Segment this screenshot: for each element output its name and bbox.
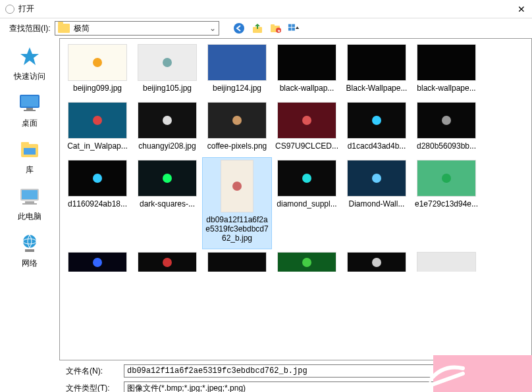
file-list: beijing099.jpgbeijing105.jpgbeijing124.j… — [59, 38, 532, 360]
path-dropdown[interactable]: 极简 ⌄ — [55, 21, 219, 36]
sidebar-network[interactable]: 网络 — [7, 232, 53, 269]
file-label: beijing099.jpg — [65, 84, 130, 93]
file-item[interactable]: d280b56093bb... — [412, 99, 481, 157]
file-label: black-wallpape... — [413, 84, 479, 93]
thumbnail-image — [417, 252, 476, 272]
file-item[interactable] — [202, 249, 272, 278]
thumbnail-image — [277, 44, 336, 81]
file-label: Diamond-Wall... — [344, 199, 410, 208]
svg-rect-19 — [22, 190, 38, 199]
file-item[interactable]: beijing105.jpg — [132, 41, 202, 99]
sidebar-quickaccess[interactable]: 快速访问 — [7, 45, 53, 82]
file-item[interactable]: Diamond-Wall... — [342, 157, 412, 249]
filetype-value: 图像文件(*.bmp;*.jpg;*.jpeg;*.png) — [127, 383, 246, 393]
sidebar-item-label: 此电脑 — [18, 211, 41, 222]
file-item[interactable]: black-wallpape... — [412, 41, 481, 99]
svg-rect-16 — [21, 142, 29, 145]
file-item[interactable] — [342, 249, 412, 278]
folder-icon — [58, 24, 70, 33]
file-item[interactable] — [412, 249, 481, 278]
thumbnail-image — [417, 160, 476, 197]
file-label: dark-squares-... — [134, 199, 200, 208]
thumbnail-image — [221, 160, 253, 212]
svg-rect-13 — [26, 108, 33, 110]
file-label: Black-Wallpape... — [344, 84, 410, 93]
thumbnail-image — [68, 44, 127, 81]
svg-rect-21 — [22, 203, 37, 205]
file-item[interactable]: d1cacd43ad4b... — [342, 99, 412, 157]
svg-rect-17 — [24, 148, 36, 155]
back-icon[interactable] — [232, 22, 246, 35]
network-icon — [18, 232, 41, 255]
sidebar-item-label: 桌面 — [22, 118, 38, 129]
file-item[interactable] — [63, 249, 132, 278]
svg-rect-7 — [288, 24, 292, 28]
file-item[interactable]: diamond_suppl... — [272, 157, 342, 249]
file-item[interactable]: black-wallpap... — [272, 41, 342, 99]
file-label: d280b56093bb... — [413, 141, 479, 151]
file-label: CS97U9CLCED... — [274, 141, 340, 151]
sidebar-libraries[interactable]: 库 — [7, 138, 53, 176]
thumbnail-image — [277, 102, 336, 139]
views-icon[interactable] — [288, 22, 301, 35]
toolbar: 查找范围(I): 极简 ⌄ ★ — [0, 18, 532, 38]
file-label: chuangyi208.jpg — [134, 141, 200, 151]
file-label: d1cacd43ad4b... — [344, 141, 410, 151]
newfolder-icon[interactable]: ★ — [269, 22, 282, 35]
path-text: 极简 — [72, 23, 207, 34]
svg-rect-2 — [257, 26, 258, 29]
watermark-curve — [427, 360, 466, 387]
thumbnail-image — [138, 44, 197, 81]
up-icon[interactable] — [251, 22, 264, 35]
close-button[interactable]: ✕ — [516, 4, 527, 14]
sidebar: 快速访问 桌面 库 此电脑 网络 — [0, 38, 59, 360]
thumbnail-image — [347, 102, 406, 139]
thumbnail-image — [417, 102, 476, 139]
thumbnail-image — [347, 160, 406, 197]
file-label: beijing124.jpg — [204, 84, 270, 93]
thumbnail-image — [207, 102, 267, 139]
thumbnail-image — [138, 252, 197, 272]
thumbnail-image — [68, 102, 127, 139]
svg-rect-4 — [271, 24, 275, 26]
svg-rect-10 — [292, 28, 295, 31]
thumbnail-image — [207, 252, 267, 272]
thumbnail-image — [207, 44, 267, 81]
file-item[interactable]: beijing099.jpg — [63, 41, 132, 99]
file-item[interactable]: chuangyi208.jpg — [132, 99, 202, 157]
svg-rect-14 — [24, 110, 36, 111]
file-item[interactable]: beijing124.jpg — [202, 41, 272, 99]
thumbnail-image — [347, 44, 406, 81]
file-item[interactable]: Black-Wallpape... — [342, 41, 412, 99]
svg-rect-8 — [292, 24, 295, 28]
sidebar-thispc[interactable]: 此电脑 — [7, 185, 53, 222]
file-item[interactable]: dark-squares-... — [132, 157, 202, 249]
file-item[interactable]: coffee-pixels.png — [202, 99, 272, 157]
sidebar-item-label: 库 — [26, 164, 34, 176]
file-label: Cat_in_Walpap... — [65, 141, 130, 151]
thumbnail-image — [138, 160, 197, 197]
filename-label: 文件名(N): — [66, 366, 119, 377]
thumbnail-image — [68, 252, 127, 272]
desktop-icon — [18, 91, 41, 115]
star-icon — [18, 45, 41, 68]
file-label: e1e729c13d94e... — [413, 199, 479, 208]
file-item[interactable]: db09a12f11a6f2ae5319fc3ebdbcd762_b.jpg — [202, 157, 272, 249]
svg-rect-9 — [288, 28, 292, 31]
thumbnail-image — [277, 252, 336, 272]
file-item[interactable]: d1160924ab18... — [63, 157, 132, 249]
thumbnail-image — [417, 44, 476, 81]
sidebar-desktop[interactable]: 桌面 — [7, 91, 53, 129]
thumbnail-image — [138, 102, 197, 139]
svg-point-0 — [234, 23, 244, 34]
file-label: black-wallpap... — [274, 84, 340, 93]
svg-text:★: ★ — [277, 29, 280, 33]
file-item[interactable]: Cat_in_Walpap... — [63, 99, 132, 157]
sidebar-item-label: 网络 — [22, 258, 38, 269]
thumbnail-image — [68, 160, 127, 197]
file-item[interactable]: e1e729c13d94e... — [412, 157, 481, 249]
file-item[interactable] — [272, 249, 342, 278]
file-label: beijing105.jpg — [134, 84, 200, 93]
file-item[interactable]: CS97U9CLCED... — [272, 99, 342, 157]
file-item[interactable] — [132, 249, 202, 278]
